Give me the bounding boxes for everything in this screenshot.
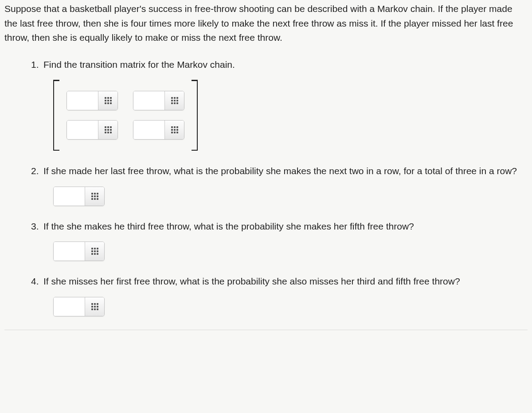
answer-input-q2[interactable] [54, 187, 85, 206]
problem-intro: Suppose that a basketball player's succe… [4, 2, 528, 45]
question-text: If she misses her first free throw, what… [43, 274, 528, 289]
question-4: 4. If she misses her first free throw, w… [43, 274, 528, 316]
question-number: 3. [31, 219, 39, 234]
matrix-cell-0-1 [133, 91, 184, 110]
keypad-button[interactable] [85, 187, 104, 206]
transition-matrix [43, 80, 528, 151]
question-3: 3. If the she makes he third free throw,… [43, 219, 528, 261]
divider [4, 330, 528, 330]
question-1: 1. Find the transition matrix for the Ma… [43, 58, 528, 151]
keypad-icon [91, 248, 98, 255]
matrix-input-1-0[interactable] [67, 121, 98, 139]
matrix-cell-1-0 [66, 120, 118, 140]
keypad-icon [91, 303, 98, 310]
question-number: 1. [31, 58, 39, 72]
question-page: Suppose that a basketball player's succe… [0, 0, 532, 339]
matrix-input-0-1[interactable] [133, 91, 164, 110]
bracket-right [192, 80, 198, 151]
matrix-input-0-0[interactable] [67, 91, 98, 110]
keypad-icon [171, 126, 178, 133]
matrix-cell-1-1 [133, 120, 184, 140]
answer-input-q3[interactable] [54, 242, 85, 261]
matrix-cells [59, 80, 192, 151]
question-text: If the she makes he third free throw, wh… [43, 219, 528, 234]
keypad-icon [171, 97, 178, 104]
question-text: If she made her last free throw, what is… [43, 164, 528, 179]
question-2: 2. If she made her last free throw, what… [43, 164, 528, 206]
matrix-cell-0-0 [66, 91, 118, 110]
answer-q3 [53, 242, 105, 261]
question-number: 2. [31, 164, 39, 179]
keypad-button[interactable] [85, 297, 104, 316]
keypad-button[interactable] [98, 121, 117, 139]
answer-q2 [53, 187, 105, 206]
answer-input-q4[interactable] [54, 297, 85, 316]
keypad-button[interactable] [85, 242, 104, 261]
question-number: 4. [31, 274, 39, 289]
keypad-button[interactable] [164, 91, 184, 110]
bracket-left [53, 80, 59, 151]
keypad-icon [91, 193, 98, 200]
keypad-icon [105, 126, 112, 133]
answer-q4 [53, 297, 105, 316]
question-text: Find the transition matrix for the Marko… [43, 58, 528, 72]
keypad-button[interactable] [164, 121, 184, 139]
keypad-button[interactable] [98, 91, 117, 110]
keypad-icon [105, 97, 112, 104]
matrix-input-1-1[interactable] [133, 121, 164, 139]
question-list: 1. Find the transition matrix for the Ma… [4, 58, 528, 316]
